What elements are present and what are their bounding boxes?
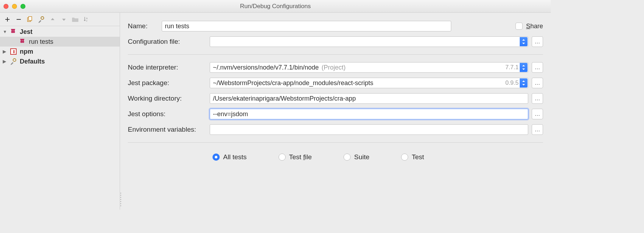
radio-suite[interactable]: Suite bbox=[344, 153, 369, 161]
close-window-button[interactable] bbox=[4, 4, 8, 9]
radio-bullet-icon bbox=[279, 154, 286, 161]
share-checkbox[interactable] bbox=[515, 23, 523, 30]
configurations-sidebar: az Jest run tests bbox=[0, 13, 120, 210]
svg-text:z: z bbox=[86, 19, 88, 22]
share-label: Share bbox=[526, 23, 543, 30]
radio-label: Test file bbox=[289, 153, 312, 161]
edit-defaults-button[interactable] bbox=[37, 16, 45, 23]
window-titlebar: Run/Debug Configurations bbox=[0, 0, 551, 13]
radio-bullet-icon bbox=[401, 154, 408, 161]
jest-package-browse-button[interactable]: … bbox=[532, 78, 543, 88]
jest-options-label: Jest options: bbox=[128, 110, 204, 118]
test-scope-radiogroup: All tests Test file Suite Test bbox=[128, 148, 543, 163]
config-file-browse-button[interactable]: … bbox=[532, 36, 543, 47]
maximize-window-button[interactable] bbox=[20, 4, 25, 9]
sidebar-toolbar: az bbox=[0, 13, 120, 26]
svg-point-3 bbox=[41, 17, 44, 19]
radio-all-tests[interactable]: All tests bbox=[213, 153, 247, 161]
working-directory-label: Working directory: bbox=[128, 95, 204, 102]
svg-rect-0 bbox=[17, 19, 21, 20]
env-vars-input[interactable] bbox=[210, 124, 528, 135]
tree-item-defaults[interactable]: Defaults bbox=[0, 56, 120, 66]
dropdown-chevrons-icon[interactable] bbox=[520, 37, 527, 46]
minimize-window-button[interactable] bbox=[12, 4, 17, 9]
dropdown-chevrons-icon[interactable] bbox=[520, 63, 527, 72]
sort-alpha-button[interactable]: az bbox=[83, 16, 90, 23]
tree-item-label: run tests bbox=[29, 38, 53, 46]
node-interpreter-label: Node interpreter: bbox=[128, 64, 204, 71]
working-directory-browse-button[interactable]: … bbox=[532, 93, 543, 104]
name-label: Name: bbox=[128, 22, 156, 30]
jest-package-value: ~/WebstormProjects/cra-app/node_modules/… bbox=[213, 79, 373, 87]
radio-label: All tests bbox=[223, 153, 247, 161]
wrench-gear-icon bbox=[10, 58, 17, 65]
configurations-tree: Jest run tests npm bbox=[0, 26, 120, 67]
radio-label: Test bbox=[412, 153, 424, 161]
svg-text:a: a bbox=[86, 17, 88, 19]
config-file-label: Configuration file: bbox=[128, 38, 204, 46]
create-folder-button[interactable] bbox=[71, 16, 79, 23]
move-up-button[interactable] bbox=[49, 16, 56, 23]
tree-item-npm[interactable]: npm bbox=[0, 47, 120, 56]
svg-rect-7 bbox=[13, 50, 14, 53]
config-file-combo[interactable] bbox=[210, 36, 528, 47]
node-interpreter-value: ~/.nvm/versions/node/v7.7.1/bin/node bbox=[213, 64, 319, 71]
jest-package-label: Jest package: bbox=[128, 79, 204, 87]
tree-item-label: npm bbox=[20, 48, 33, 55]
radio-test-file[interactable]: Test file bbox=[279, 153, 312, 161]
svg-rect-2 bbox=[29, 17, 32, 20]
dropdown-chevrons-icon[interactable] bbox=[520, 78, 527, 88]
working-directory-input[interactable] bbox=[210, 93, 528, 104]
chevron-right-icon[interactable] bbox=[3, 59, 7, 64]
window-title: Run/Debug Configurations bbox=[0, 3, 551, 10]
radio-bullet-icon bbox=[344, 154, 351, 161]
sidebar-splitter[interactable] bbox=[120, 13, 122, 210]
copy-configuration-button[interactable] bbox=[26, 16, 34, 23]
jest-package-combo[interactable]: ~/WebstormProjects/cra-app/node_modules/… bbox=[210, 78, 528, 88]
env-vars-edit-button[interactable]: … bbox=[532, 124, 543, 135]
node-interpreter-combo[interactable]: ~/.nvm/versions/node/v7.7.1/bin/node (Pr… bbox=[210, 62, 528, 73]
name-input[interactable] bbox=[162, 21, 451, 31]
node-interpreter-hint: (Project) bbox=[322, 64, 346, 71]
radio-test[interactable]: Test bbox=[401, 153, 424, 161]
tree-item-run-tests[interactable]: run tests bbox=[0, 37, 120, 47]
jest-icon bbox=[19, 38, 26, 45]
env-vars-label: Environment variables: bbox=[128, 126, 204, 133]
jest-package-version: 0.9.5 bbox=[505, 79, 519, 86]
configuration-form: Name: Share Configuration file: bbox=[120, 13, 551, 210]
chevron-right-icon[interactable] bbox=[3, 49, 7, 54]
remove-configuration-button[interactable] bbox=[15, 16, 23, 23]
move-down-button[interactable] bbox=[60, 16, 68, 23]
svg-point-8 bbox=[13, 59, 16, 61]
tree-item-jest[interactable]: Jest bbox=[0, 27, 120, 37]
node-interpreter-version: 7.7.1 bbox=[505, 64, 519, 71]
radio-bullet-icon bbox=[213, 154, 220, 161]
npm-icon bbox=[10, 48, 17, 55]
node-interpreter-browse-button[interactable]: … bbox=[532, 62, 543, 73]
chevron-down-icon[interactable] bbox=[3, 29, 7, 34]
jest-options-input[interactable] bbox=[210, 109, 528, 119]
window-controls bbox=[4, 4, 25, 9]
tree-item-label: Defaults bbox=[20, 58, 45, 65]
section-divider bbox=[128, 142, 543, 143]
section-divider bbox=[128, 54, 543, 55]
jest-icon bbox=[10, 28, 17, 35]
jest-options-expand-button[interactable]: … bbox=[532, 109, 543, 119]
add-configuration-button[interactable] bbox=[4, 16, 11, 23]
tree-item-label: Jest bbox=[20, 28, 32, 36]
radio-label: Suite bbox=[354, 153, 369, 161]
